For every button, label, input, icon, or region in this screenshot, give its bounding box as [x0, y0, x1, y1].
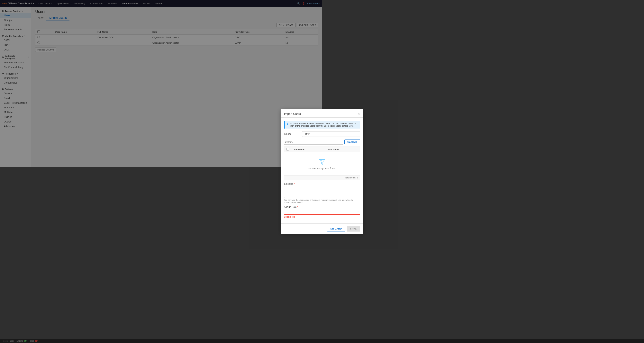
modal-header: Import Users ×	[281, 109, 322, 118]
svg-marker-0	[319, 160, 322, 164]
modal-title: Import Users	[284, 112, 301, 116]
empty-message: No users or groups found	[286, 167, 322, 170]
results-table-wrap: User Name Full Name No users or groups f…	[284, 146, 322, 172]
info-icon: ℹ	[287, 122, 288, 126]
info-text: No quota will be created for selected us…	[290, 122, 322, 127]
search-row: SEARCH	[284, 139, 322, 144]
results-table: User Name Full Name	[284, 147, 322, 152]
modal-body: ℹ No quota will be created for selected …	[281, 118, 322, 172]
source-select[interactable]: LDAP OIDC SAML	[302, 131, 322, 137]
info-banner: ℹ No quota will be created for selected …	[284, 121, 322, 128]
results-col-username: User Name	[291, 147, 322, 152]
results-empty: No users or groups found	[284, 152, 322, 172]
results-col-check	[284, 147, 291, 152]
import-users-modal: Import Users × ℹ No quota will be create…	[281, 109, 322, 172]
source-row: Source LDAP OIDC SAML ▾	[284, 131, 322, 137]
results-select-all[interactable]	[286, 148, 289, 150]
filter-icon	[318, 158, 322, 165]
source-label: Source	[284, 133, 300, 136]
modal-overlay: Import Users × ℹ No quota will be create…	[0, 0, 322, 172]
results-header-row: User Name Full Name	[284, 147, 322, 152]
source-select-wrapper: LDAP OIDC SAML ▾	[302, 131, 322, 137]
search-input[interactable]	[284, 139, 322, 144]
